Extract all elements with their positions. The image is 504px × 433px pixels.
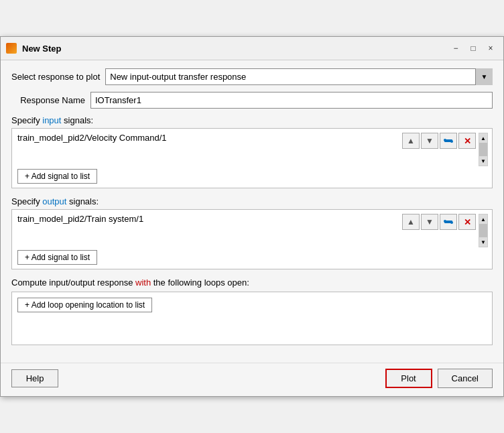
output-signal-delete-button[interactable]: ✕	[458, 214, 476, 230]
input-signal-up-button[interactable]: ▲	[402, 133, 420, 149]
select-response-wrapper: New input-output transfer response ▼	[105, 68, 493, 85]
input-scrollbar[interactable]: ▲ ▼	[479, 133, 488, 166]
up-arrow-icon: ▲	[407, 217, 415, 227]
input-signal-row: train_model_pid2/Velocity Command/1 ▲ ▼	[17, 133, 488, 166]
input-signals-box: train_model_pid2/Velocity Command/1 ▲ ▼	[11, 128, 493, 188]
plot-button[interactable]: Plot	[385, 369, 432, 388]
footer-left: Help	[11, 369, 58, 387]
dialog-content: Select response to plot New input-output…	[1, 60, 503, 363]
output-signal-content: train_model_pid2/Train system/1	[17, 214, 402, 224]
input-signals-section: Specify input signals: train_model_pid2/…	[11, 115, 493, 188]
close-button[interactable]: ×	[483, 41, 498, 56]
output-signal-up-button[interactable]: ▲	[402, 214, 420, 230]
select-response-dropdown[interactable]: New input-output transfer response	[105, 68, 493, 85]
output-scroll-thumb[interactable]	[479, 224, 487, 237]
window-controls: − □ ×	[448, 41, 498, 56]
output-signal-row: train_model_pid2/Train system/1 ▲ ▼	[17, 214, 488, 247]
input-add-signal-button[interactable]: + Add signal to list	[17, 169, 97, 184]
output-signal-down-button[interactable]: ▼	[421, 214, 438, 230]
down-arrow-icon: ▼	[426, 217, 434, 227]
input-signal-controls: ▲ ▼	[402, 133, 476, 149]
output-signals-label: Specify output signals:	[11, 196, 493, 206]
title-bar: New Step − □ ×	[1, 37, 503, 60]
scroll-down-icon: ▼	[481, 239, 486, 245]
delete-icon: ✕	[464, 217, 471, 227]
dialog-window: New Step − □ × Select response to plot N…	[0, 36, 504, 397]
output-signal-connect-button[interactable]	[440, 214, 457, 230]
input-add-signal-row: + Add signal to list	[17, 169, 488, 184]
footer-right: Plot Cancel	[385, 369, 493, 388]
scroll-up-icon: ▲	[481, 216, 486, 223]
loop-box: + Add loop opening location to list	[11, 292, 493, 345]
delete-icon: ✕	[464, 136, 471, 146]
input-signal-connect-button[interactable]	[440, 133, 457, 149]
app-icon	[6, 43, 17, 54]
input-signal-text: train_model_pid2/Velocity Command/1	[17, 133, 402, 143]
input-signal-down-button[interactable]: ▼	[421, 133, 438, 149]
output-scroll-down-button[interactable]: ▼	[479, 237, 487, 247]
response-name-label: Response Name	[11, 95, 85, 105]
input-signal-delete-button[interactable]: ✕	[458, 133, 476, 149]
output-signal-controls: ▲ ▼	[402, 214, 476, 230]
up-arrow-icon: ▲	[407, 136, 415, 145]
help-button[interactable]: Help	[11, 369, 58, 387]
svg-point-7	[450, 221, 453, 224]
output-signals-box: train_model_pid2/Train system/1 ▲ ▼	[11, 209, 493, 269]
compute-section: Compute input/output response with the f…	[11, 277, 493, 345]
input-signal-inner: train_model_pid2/Velocity Command/1 ▲ ▼	[17, 133, 488, 166]
maximize-button[interactable]: □	[466, 41, 481, 56]
input-signals-label: Specify input signals:	[11, 115, 493, 125]
output-add-signal-button[interactable]: + Add signal to list	[17, 250, 97, 265]
compute-label: Compute input/output response with the f…	[11, 277, 493, 288]
scroll-up-icon: ▲	[481, 135, 486, 141]
response-name-row: Response Name	[11, 92, 493, 109]
dialog-footer: Help Plot Cancel	[1, 363, 503, 396]
output-signal-inner: train_model_pid2/Train system/1 ▲ ▼	[17, 214, 488, 247]
minimize-button[interactable]: −	[448, 41, 463, 56]
svg-point-2	[444, 139, 446, 141]
select-response-label: Select response to plot	[11, 72, 100, 82]
scroll-down-icon: ▼	[481, 158, 486, 164]
input-scroll-up-button[interactable]: ▲	[479, 133, 487, 143]
input-signal-content: train_model_pid2/Velocity Command/1	[17, 133, 402, 143]
input-scroll-down-button[interactable]: ▼	[479, 156, 487, 166]
select-response-row: Select response to plot New input-output…	[11, 68, 493, 85]
output-signal-text: train_model_pid2/Train system/1	[17, 214, 402, 224]
svg-point-6	[444, 220, 446, 223]
output-add-signal-row: + Add signal to list	[17, 250, 488, 265]
output-signals-section: Specify output signals: train_model_pid2…	[11, 196, 493, 269]
add-loop-location-button[interactable]: + Add loop opening location to list	[17, 298, 152, 312]
input-scroll-thumb[interactable]	[479, 143, 487, 156]
cancel-button[interactable]: Cancel	[438, 369, 493, 388]
down-arrow-icon: ▼	[426, 136, 434, 145]
output-scrollbar[interactable]: ▲ ▼	[479, 214, 488, 247]
response-name-input[interactable]	[90, 92, 493, 109]
output-scroll-up-button[interactable]: ▲	[479, 214, 487, 224]
window-title: New Step	[22, 44, 443, 54]
svg-point-3	[450, 140, 453, 143]
